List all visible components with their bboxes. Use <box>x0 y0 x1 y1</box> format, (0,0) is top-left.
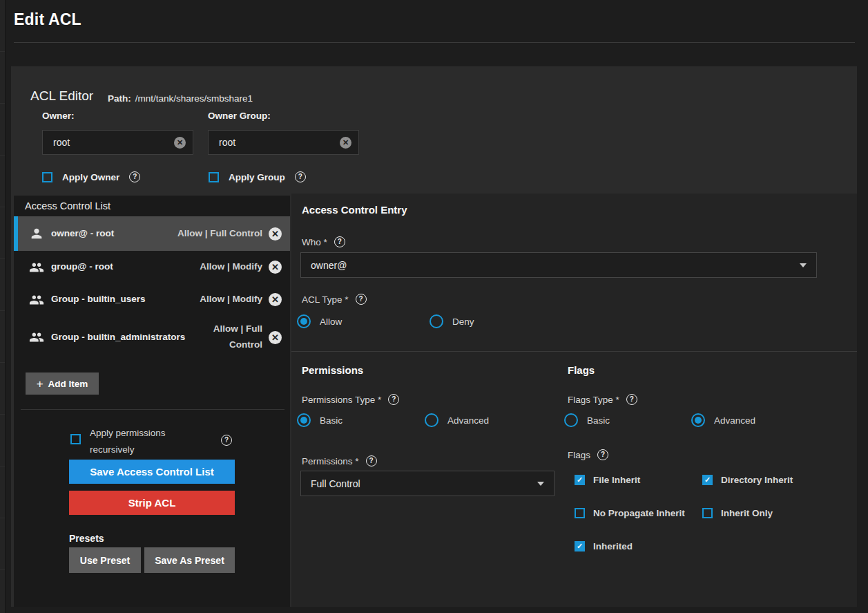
basic-radio[interactable] <box>564 413 578 427</box>
access-control-list-panel: Access Control List owner@ - root Allow … <box>14 196 290 607</box>
save-acl-button[interactable]: Save Access Control List <box>69 460 235 484</box>
help-icon[interactable]: ? <box>626 394 637 405</box>
acl-list-item[interactable]: owner@ - root Allow | Full Control ✕ <box>14 216 290 251</box>
path-line: Path:/mnt/tank/shares/smbshare1 <box>108 93 253 104</box>
directory-inherit-label: Directory Inherit <box>721 475 793 485</box>
people-icon <box>29 330 44 345</box>
help-icon[interactable]: ? <box>366 455 377 466</box>
basic-label: Basic <box>320 415 343 426</box>
acl-editor-card: ACL Editor Path:/mnt/tank/shares/smbshar… <box>11 66 857 607</box>
file-inherit-label: File Inherit <box>593 475 640 485</box>
allow-radio[interactable] <box>297 314 311 328</box>
basic-radio[interactable] <box>297 413 311 427</box>
clear-icon[interactable]: ✕ <box>174 137 186 149</box>
access-control-entry-heading: Access Control Entry <box>302 204 407 216</box>
clear-icon[interactable]: ✕ <box>340 137 351 149</box>
permissions-type-advanced-option[interactable]: Advanced <box>425 413 489 427</box>
help-icon[interactable]: ? <box>221 435 232 446</box>
permissions-heading: Permissions <box>302 364 363 376</box>
owner-input-value: root <box>53 137 174 148</box>
help-icon[interactable]: ? <box>597 449 608 460</box>
no-propagate-inherit-checkbox[interactable]: ✓ <box>575 508 585 518</box>
who-select[interactable]: owner@ <box>300 252 817 278</box>
use-preset-button[interactable]: Use Preset <box>69 547 141 573</box>
file-inherit-checkbox[interactable]: ✓ <box>575 475 585 485</box>
acl-type-deny-option[interactable]: Deny <box>430 314 474 328</box>
who-label: Who * ? <box>302 236 345 247</box>
owner-input[interactable]: root ✕ <box>42 130 193 155</box>
inherited-label: Inherited <box>593 541 633 551</box>
page-title: Edit ACL <box>14 10 81 29</box>
add-item-button[interactable]: + Add Item <box>26 372 99 395</box>
remove-item-icon[interactable]: ✕ <box>269 261 282 274</box>
remove-item-icon[interactable]: ✕ <box>269 293 282 306</box>
help-icon[interactable]: ? <box>129 171 140 182</box>
acl-item-who: Group - builtin_administrators <box>51 330 193 346</box>
inherit-only-label: Inherit Only <box>721 508 773 518</box>
acl-editor-heading: ACL Editor <box>30 88 93 104</box>
acl-list-title: Access Control List <box>25 200 110 211</box>
acl-item-who: Group - builtin_users <box>51 292 194 308</box>
permissions-label: Permissions * ? <box>302 455 377 466</box>
inherited-option[interactable]: ✓ Inherited <box>575 541 633 551</box>
apply-owner-label: Apply Owner <box>62 172 119 182</box>
directory-inherit-option[interactable]: ✓ Directory Inherit <box>702 475 793 485</box>
advanced-radio[interactable] <box>425 413 438 427</box>
title-divider <box>14 42 855 43</box>
flags-type-advanced-option[interactable]: Advanced <box>691 413 755 427</box>
people-icon <box>29 292 44 308</box>
help-icon[interactable]: ? <box>356 294 367 305</box>
advanced-label: Advanced <box>447 415 489 426</box>
plus-icon: + <box>37 378 44 390</box>
apply-group-label: Apply Group <box>229 172 285 182</box>
deny-label: Deny <box>452 317 474 327</box>
strip-acl-button[interactable]: Strip ACL <box>69 491 235 515</box>
permissions-type-label: Permissions Type * ? <box>302 394 399 405</box>
access-control-entry-panel: Access Control Entry Who * ? owner@ ACL … <box>291 194 857 607</box>
inherit-only-option[interactable]: ✓ Inherit Only <box>702 508 773 518</box>
deny-radio[interactable] <box>430 314 443 328</box>
permissions-type-basic-option[interactable]: Basic <box>297 413 343 427</box>
acl-list: owner@ - root Allow | Full Control ✕ gro… <box>14 216 290 359</box>
apply-group-checkbox[interactable]: ✓ <box>209 172 219 182</box>
owner-group-input[interactable]: root ✕ <box>208 130 359 155</box>
save-as-preset-button[interactable]: Save As Preset <box>144 547 235 573</box>
advanced-radio[interactable] <box>691 413 705 427</box>
flags-type-basic-option[interactable]: Basic <box>564 413 610 427</box>
acl-item-perms: Allow | Full Control <box>199 321 262 353</box>
apply-owner-checkbox[interactable]: ✓ <box>42 172 52 182</box>
no-propagate-inherit-label: No Propagate Inherit <box>593 508 685 518</box>
apply-owner-row: ✓ Apply Owner ? <box>42 171 140 182</box>
remove-item-icon[interactable]: ✕ <box>269 331 282 344</box>
permissions-select[interactable]: Full Control <box>300 471 554 496</box>
chevron-down-icon <box>800 263 807 267</box>
add-item-label: Add Item <box>48 379 88 389</box>
advanced-label: Advanced <box>714 415 755 426</box>
acl-type-allow-option[interactable]: Allow <box>297 314 342 328</box>
inherited-checkbox[interactable]: ✓ <box>575 541 585 551</box>
file-inherit-option[interactable]: ✓ File Inherit <box>575 475 640 485</box>
people-icon <box>29 260 44 275</box>
remove-item-icon[interactable]: ✕ <box>269 227 282 241</box>
permissions-select-value: Full Control <box>311 478 537 489</box>
path-label: Path: <box>108 93 131 104</box>
acl-list-item[interactable]: Group - builtin_users Allow | Modify ✕ <box>14 283 290 316</box>
flags-heading: Flags <box>568 364 595 376</box>
acl-list-item[interactable]: Group - builtin_administrators Allow | F… <box>14 316 290 359</box>
inherit-only-checkbox[interactable]: ✓ <box>702 508 713 518</box>
owner-label: Owner: <box>42 111 75 121</box>
no-propagate-inherit-option[interactable]: ✓ No Propagate Inherit <box>575 508 685 518</box>
window-edge <box>0 0 6 613</box>
panel-divider <box>21 409 284 410</box>
help-icon[interactable]: ? <box>295 171 306 182</box>
apply-recursive-checkbox[interactable]: ✓ <box>70 434 81 444</box>
acl-list-item[interactable]: group@ - root Allow | Modify ✕ <box>14 251 290 283</box>
path-value: /mnt/tank/shares/smbshare1 <box>135 93 253 104</box>
directory-inherit-checkbox[interactable]: ✓ <box>702 475 713 485</box>
help-icon[interactable]: ? <box>388 394 399 405</box>
acl-item-perms: Allow | Full Control <box>177 226 262 242</box>
flags-label: Flags ? <box>568 449 608 460</box>
acl-item-perms: Allow | Modify <box>200 292 262 308</box>
acl-item-perms: Allow | Modify <box>200 259 262 275</box>
help-icon[interactable]: ? <box>334 236 345 247</box>
